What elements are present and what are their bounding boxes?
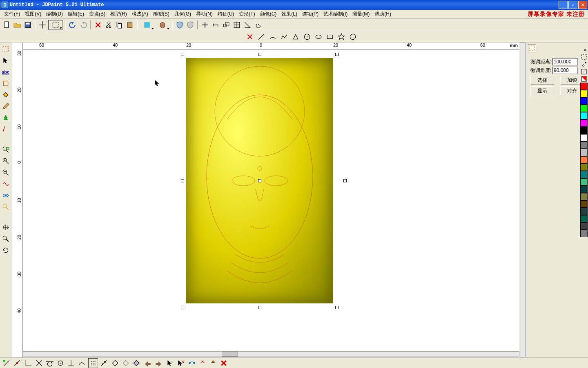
palette-select-icon[interactable]: [580, 53, 588, 61]
menu-help[interactable]: 帮助(H): [372, 10, 394, 18]
menu-options[interactable]: 选项(P): [300, 10, 321, 18]
canvas[interactable]: [23, 50, 519, 351]
crosshair-button[interactable]: [38, 20, 47, 30]
select-rect-tool[interactable]: [1, 44, 11, 54]
open-file-button[interactable]: [12, 20, 22, 30]
paste-button[interactable]: [125, 20, 135, 30]
vertical-scrollbar[interactable]: [519, 43, 526, 357]
angle-input[interactable]: [552, 67, 578, 74]
pick1-button[interactable]: [165, 358, 175, 368]
color-swatch[interactable]: [580, 156, 588, 164]
menu-feature[interactable]: 特征(U): [215, 10, 237, 18]
menu-sculpt[interactable]: 雕塑(S): [151, 10, 172, 18]
grid-snap-button[interactable]: [88, 358, 98, 368]
material-button[interactable]: [140, 20, 154, 30]
link3-button[interactable]: [208, 358, 218, 368]
horizontal-scrollbar[interactable]: [23, 351, 519, 357]
scale-button[interactable]: [221, 20, 231, 30]
zoom-tool[interactable]: [1, 234, 11, 244]
rotate-tool[interactable]: [1, 245, 11, 255]
color-swatch[interactable]: [580, 193, 588, 200]
pointer-tool[interactable]: [1, 56, 11, 65]
eye-tool[interactable]: [1, 191, 11, 200]
ellipse-tool[interactable]: [314, 32, 323, 42]
bucket-tool[interactable]: [1, 90, 11, 100]
link2-button[interactable]: [198, 358, 207, 368]
color-swatch[interactable]: [580, 178, 588, 186]
close-button[interactable]: ×: [578, 1, 587, 9]
snap-tangent-button[interactable]: [45, 358, 55, 368]
save-file-button[interactable]: [23, 20, 33, 30]
menu-eraser[interactable]: 橡皮(A): [129, 10, 151, 18]
half-color-icon[interactable]: [580, 75, 588, 83]
color-swatch[interactable]: [580, 119, 588, 127]
color-swatch[interactable]: [580, 149, 588, 156]
menu-draw[interactable]: 绘制(D): [44, 10, 65, 18]
color-swatch[interactable]: [580, 164, 588, 171]
handle-se[interactable]: [335, 306, 339, 309]
snap-perp-button[interactable]: [66, 358, 76, 368]
select-button[interactable]: 选择: [530, 76, 554, 85]
rect-tool[interactable]: [325, 32, 335, 42]
color-swatch[interactable]: [580, 141, 588, 149]
copy-button[interactable]: [114, 20, 124, 30]
minimize-button[interactable]: _: [559, 1, 568, 9]
pick2-button[interactable]: [176, 358, 185, 368]
redo-button[interactable]: [78, 20, 88, 30]
menu-guide[interactable]: 导动(N): [194, 10, 215, 18]
export2-button[interactable]: [154, 358, 163, 368]
grid-button[interactable]: [232, 20, 242, 30]
diamond2-button[interactable]: [121, 358, 131, 368]
pan-tool[interactable]: [1, 222, 11, 232]
handle-e[interactable]: [343, 179, 347, 182]
panel-close-icon[interactable]: ×: [584, 47, 586, 52]
selection-mode-button[interactable]: [48, 20, 63, 30]
new-file-button[interactable]: [2, 20, 11, 30]
cut-button[interactable]: [104, 20, 114, 30]
menu-measure[interactable]: 测量(M): [350, 10, 372, 18]
snap-center-button[interactable]: [56, 358, 65, 368]
snap-mid-button[interactable]: [12, 358, 22, 368]
box-button[interactable]: [155, 20, 170, 30]
shield1-button[interactable]: [175, 20, 185, 30]
diamond3-button[interactable]: [131, 358, 141, 368]
link1-button[interactable]: [187, 358, 197, 368]
snap-corner-button[interactable]: [24, 358, 33, 368]
color-swatch[interactable]: [580, 200, 588, 208]
dimension-button[interactable]: [211, 20, 220, 30]
zoom-in-tool[interactable]: [1, 156, 11, 166]
node-snap-button[interactable]: [99, 358, 109, 368]
zoom-region-tool[interactable]: [1, 202, 11, 212]
undo-button[interactable]: [68, 20, 78, 30]
handle-ne[interactable]: [335, 53, 339, 56]
zoom-out-tool[interactable]: [1, 168, 11, 177]
handle-nw[interactable]: [181, 53, 184, 56]
cloud-button[interactable]: [253, 20, 263, 30]
color-swatch[interactable]: [580, 134, 588, 141]
circle2-tool[interactable]: [348, 32, 358, 42]
plus-button[interactable]: [200, 20, 210, 30]
color-swatch[interactable]: [580, 186, 588, 193]
handle-n[interactable]: [258, 53, 261, 56]
color-swatch[interactable]: [580, 90, 588, 97]
eyedropper-icon[interactable]: [580, 61, 588, 68]
color-swatch[interactable]: [580, 83, 588, 90]
handle-w[interactable]: [181, 179, 184, 182]
handle-sw[interactable]: [181, 306, 184, 309]
shield2-button[interactable]: [185, 20, 195, 30]
diamond1-button[interactable]: [110, 358, 120, 368]
menu-file[interactable]: 文件(F): [2, 10, 22, 18]
maximize-button[interactable]: ▫: [568, 1, 577, 9]
menu-color[interactable]: 颜色(C): [258, 10, 279, 18]
no-color-icon[interactable]: [580, 68, 588, 75]
pencil-tool[interactable]: [1, 101, 11, 111]
zoom-fit-tool[interactable]: [1, 145, 11, 155]
polyline-tool[interactable]: [279, 32, 289, 42]
color-swatch[interactable]: [580, 215, 588, 222]
color-swatch[interactable]: [580, 105, 588, 112]
snap-end-button[interactable]: [2, 358, 11, 368]
snap-intersect-button[interactable]: [34, 358, 44, 368]
color-swatch[interactable]: [580, 230, 588, 237]
delete-button[interactable]: [93, 20, 103, 30]
menu-effect[interactable]: 效果(L): [279, 10, 300, 18]
